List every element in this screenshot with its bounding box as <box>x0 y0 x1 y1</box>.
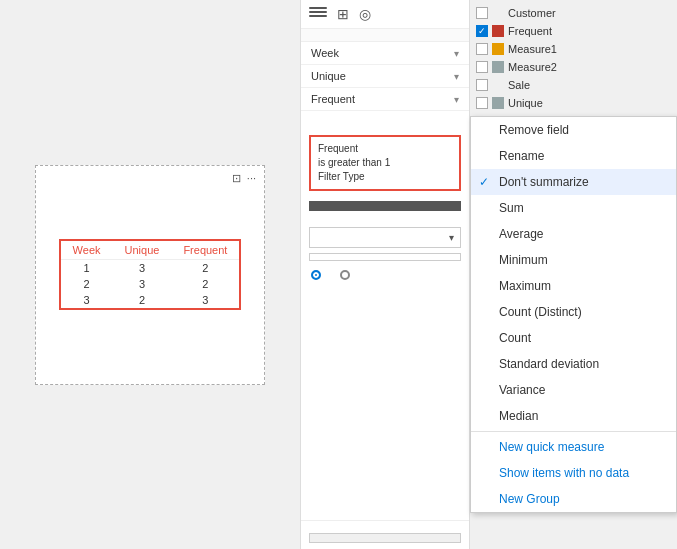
filter-type-dropdown[interactable]: ▾ <box>309 227 461 248</box>
field-list-item[interactable]: Measure2 <box>470 58 677 76</box>
menu-item-label: Remove field <box>499 123 569 137</box>
radio-and-circle <box>311 270 321 280</box>
radio-or[interactable] <box>340 270 353 280</box>
field-type-icon <box>492 7 504 19</box>
menu-item-label: New quick measure <box>499 440 604 454</box>
menu-item[interactable]: New Group <box>471 486 676 512</box>
table-header: Unique <box>113 240 172 260</box>
menu-item-label: Show items with no data <box>499 466 629 480</box>
menu-item[interactable]: Median <box>471 403 676 429</box>
table-cell: 3 <box>113 260 172 277</box>
advanced-filter-btn[interactable] <box>309 201 461 211</box>
field-checkbox: ✓ <box>476 25 488 37</box>
menu-item-label: Sum <box>499 201 524 215</box>
table-header: Week <box>60 240 113 260</box>
field-label-text: Measure2 <box>508 61 557 73</box>
field-label-text: Unique <box>508 97 543 109</box>
menu-item[interactable]: Rename <box>471 143 676 169</box>
table-icons: ⊡ ··· <box>232 172 256 185</box>
analytics-icon[interactable]: ◎ <box>359 6 371 22</box>
menu-item-label: Rename <box>499 149 544 163</box>
field-type-icon <box>492 43 504 55</box>
menu-item-label: Maximum <box>499 279 551 293</box>
menu-item[interactable]: Variance <box>471 377 676 403</box>
menu-item-label: Standard deviation <box>499 357 599 371</box>
table-header: Frequent <box>171 240 240 260</box>
menu-item[interactable]: New quick measure <box>471 434 676 460</box>
table-preview-panel: ⊡ ··· WeekUniqueFrequent 132232323 <box>0 0 300 549</box>
field-checkbox <box>476 43 488 55</box>
field-name: Week <box>311 47 339 59</box>
field-type-icon <box>492 61 504 73</box>
grid-icon[interactable] <box>309 7 327 21</box>
table-row: 232 <box>60 276 241 292</box>
more-icon[interactable]: ··· <box>247 172 256 185</box>
panel-toolbar: ⊞ ◎ <box>301 0 469 29</box>
field-list-item[interactable]: Unique <box>470 94 677 112</box>
menu-check-icon: ✓ <box>479 175 489 189</box>
table-cell: 3 <box>171 292 240 309</box>
filter-box-line: is greater than 1 <box>318 156 452 170</box>
menu-separator <box>471 431 676 432</box>
field-checkbox <box>476 61 488 73</box>
filter-box[interactable]: Frequentis greater than 1Filter Type <box>309 135 461 191</box>
menu-item-label: Count (Distinct) <box>499 305 582 319</box>
field-list-item[interactable]: Customer <box>470 4 677 22</box>
field-label-text: Frequent <box>508 25 552 37</box>
table-cell: 1 <box>60 260 113 277</box>
menu-item-label: Don't summarize <box>499 175 589 189</box>
filters-header <box>301 111 469 123</box>
table-row: 132 <box>60 260 241 277</box>
filters-panel: ⊞ ◎ Week▾Unique▾Frequent▾ Frequentis gre… <box>300 0 470 549</box>
field-name: Frequent <box>311 93 355 105</box>
field-row[interactable]: Week▾ <box>301 42 469 65</box>
expand-icon[interactable]: ⊡ <box>232 172 241 185</box>
menu-item[interactable]: Sum <box>471 195 676 221</box>
field-row[interactable]: Unique▾ <box>301 65 469 88</box>
field-arrow: ▾ <box>454 48 459 59</box>
apply-btn-area <box>301 520 469 549</box>
field-list-item[interactable]: Measure1 <box>470 40 677 58</box>
field-label-text: Customer <box>508 7 556 19</box>
filter-value-input[interactable] <box>309 253 461 261</box>
menu-item[interactable]: ✓Don't summarize <box>471 169 676 195</box>
context-menu: Remove fieldRename✓Don't summarizeSumAve… <box>470 116 677 513</box>
field-row[interactable]: Frequent▾ <box>301 88 469 111</box>
filter-box-line: Frequent <box>318 142 452 156</box>
show-items-label <box>301 217 469 225</box>
menu-item[interactable]: Minimum <box>471 247 676 273</box>
filter-box-line: Filter Type <box>318 170 452 184</box>
menu-item[interactable]: Count (Distinct) <box>471 299 676 325</box>
menu-item[interactable]: Show items with no data <box>471 460 676 486</box>
radio-row <box>301 264 469 286</box>
menu-item-label: Median <box>499 409 538 423</box>
right-panel: Customer✓FrequentMeasure1Measure2SaleUni… <box>470 0 677 549</box>
table-container: ⊡ ··· WeekUniqueFrequent 132232323 <box>35 165 265 385</box>
field-label-text: Measure1 <box>508 43 557 55</box>
menu-item-label: Minimum <box>499 253 548 267</box>
table-cell: 2 <box>113 292 172 309</box>
field-arrow: ▾ <box>454 71 459 82</box>
field-type-icon <box>492 25 504 37</box>
field-label-text: Sale <box>508 79 530 91</box>
menu-item[interactable]: Count <box>471 325 676 351</box>
menu-item-label: Average <box>499 227 543 241</box>
menu-item[interactable]: Remove field <box>471 117 676 143</box>
apply-filter-btn[interactable] <box>309 533 461 543</box>
menu-item-label: Variance <box>499 383 545 397</box>
radio-and[interactable] <box>311 270 324 280</box>
filter-icon[interactable]: ⊞ <box>337 6 349 22</box>
field-list-item[interactable]: ✓Frequent <box>470 22 677 40</box>
field-list-item[interactable]: Sale <box>470 76 677 94</box>
field-checkbox <box>476 79 488 91</box>
table-cell: 2 <box>171 276 240 292</box>
visual-level-label <box>301 123 469 131</box>
menu-item[interactable]: Average <box>471 221 676 247</box>
menu-item[interactable]: Maximum <box>471 273 676 299</box>
radio-or-circle <box>340 270 350 280</box>
table-row: 323 <box>60 292 241 309</box>
field-name: Unique <box>311 70 346 82</box>
menu-item[interactable]: Standard deviation <box>471 351 676 377</box>
values-section-label <box>301 29 469 42</box>
menu-item-label: New Group <box>499 492 560 506</box>
